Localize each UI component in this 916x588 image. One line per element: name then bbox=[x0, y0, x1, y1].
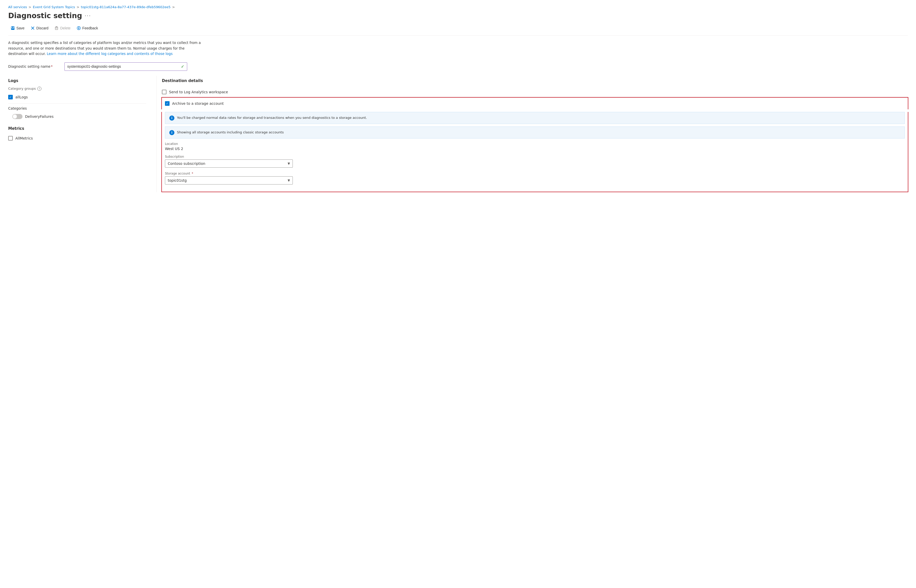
delete-label: Delete bbox=[60, 26, 70, 30]
all-logs-label: allLogs bbox=[15, 95, 28, 99]
page-title: Diagnostic setting bbox=[8, 11, 82, 20]
logs-divider bbox=[8, 103, 146, 104]
category-groups-label: Category groups i bbox=[8, 87, 146, 91]
archive-label: Archive to a storage account bbox=[172, 102, 224, 105]
archive-checkbox[interactable] bbox=[165, 101, 170, 106]
left-panel: Logs Category groups i allLogs Categorie… bbox=[8, 76, 157, 192]
all-metrics-label: AllMetrics bbox=[15, 136, 33, 140]
all-metrics-checkbox-wrapper[interactable]: AllMetrics bbox=[8, 136, 33, 141]
categories-label: Categories bbox=[8, 106, 146, 110]
diag-name-input-wrapper: ✓ bbox=[65, 62, 187, 71]
diag-name-required: * bbox=[51, 65, 53, 68]
breadcrumb-topic[interactable]: topic01stg-811a624a-8a77-437e-89de-dfeb5… bbox=[81, 5, 171, 9]
diag-name-input[interactable] bbox=[67, 65, 181, 68]
subscription-group: Subscription Contoso subscription ▼ bbox=[165, 155, 905, 168]
subscription-chevron-icon: ▼ bbox=[288, 162, 290, 165]
feedback-icon bbox=[77, 26, 81, 30]
delete-button[interactable]: Delete bbox=[52, 24, 73, 32]
feedback-label: Feedback bbox=[83, 26, 98, 30]
log-analytics-checkbox[interactable] bbox=[162, 90, 167, 94]
archive-checkbox-wrapper[interactable]: Archive to a storage account bbox=[165, 101, 224, 106]
discard-label: Discard bbox=[36, 26, 49, 30]
page-title-container: Diagnostic setting ··· bbox=[8, 11, 908, 20]
delivery-failures-toggle[interactable] bbox=[12, 114, 23, 119]
archive-content: i You'll be charged normal data rates fo… bbox=[161, 112, 908, 192]
delete-icon bbox=[55, 26, 58, 30]
save-label: Save bbox=[16, 26, 24, 30]
storage-account-dropdown[interactable]: topic01stg ▼ bbox=[165, 176, 293, 184]
log-analytics-checkbox-wrapper[interactable]: Send to Log Analytics workspace bbox=[162, 90, 228, 94]
subscription-label: Subscription bbox=[165, 155, 905, 158]
charges-info-text: You'll be charged normal data rates for … bbox=[177, 115, 367, 120]
right-panel: Destination details Send to Log Analytic… bbox=[157, 76, 908, 192]
all-logs-row: allLogs bbox=[8, 93, 146, 101]
subscription-dropdown[interactable]: Contoso subscription ▼ bbox=[165, 160, 293, 168]
category-groups-info-icon[interactable]: i bbox=[37, 87, 41, 91]
all-metrics-checkbox[interactable] bbox=[8, 136, 13, 141]
archive-row: Archive to a storage account bbox=[165, 100, 905, 107]
metrics-section-title: Metrics bbox=[8, 126, 146, 131]
delivery-failures-row: DeliveryFailures bbox=[8, 113, 146, 120]
breadcrumb-sep-1: > bbox=[29, 5, 31, 9]
svg-rect-5 bbox=[56, 26, 57, 27]
save-button[interactable]: Save bbox=[8, 24, 27, 32]
storage-account-group: Storage account * topic01stg ▼ bbox=[165, 172, 905, 184]
location-label: Location bbox=[165, 142, 905, 145]
storage-account-required: * bbox=[191, 172, 193, 175]
check-icon: ✓ bbox=[181, 64, 184, 69]
storage-account-chevron-icon: ▼ bbox=[288, 179, 290, 182]
delivery-failures-label: DeliveryFailures bbox=[25, 115, 53, 119]
svg-rect-2 bbox=[11, 28, 14, 30]
breadcrumb-all-services[interactable]: All services bbox=[8, 5, 27, 9]
save-icon bbox=[11, 26, 15, 30]
storage-accounts-info-box: i Showing all storage accounts including… bbox=[165, 126, 905, 139]
svg-point-11 bbox=[78, 27, 79, 29]
charges-info-icon: i bbox=[169, 116, 175, 121]
logs-section-title: Logs bbox=[8, 78, 146, 83]
all-logs-checkbox-wrapper[interactable]: allLogs bbox=[8, 95, 28, 99]
form-layout: Logs Category groups i allLogs Categorie… bbox=[8, 76, 908, 192]
dest-section-title: Destination details bbox=[162, 78, 908, 83]
diag-name-label: Diagnostic setting name* bbox=[8, 65, 59, 68]
toolbar: Save Discard Delete bbox=[8, 24, 908, 36]
diag-name-row: Diagnostic setting name* ✓ bbox=[8, 62, 908, 71]
log-analytics-row: Send to Log Analytics workspace bbox=[162, 87, 908, 97]
breadcrumb-sep-3: > bbox=[172, 5, 175, 9]
svg-rect-7 bbox=[55, 27, 58, 30]
breadcrumb: All services > Event Grid System Topics … bbox=[8, 5, 908, 9]
storage-account-label: Storage account * bbox=[165, 172, 905, 175]
storage-accounts-info-icon: i bbox=[169, 130, 175, 135]
description-link[interactable]: Learn more about the different log categ… bbox=[47, 52, 173, 56]
page-title-ellipsis[interactable]: ··· bbox=[85, 13, 91, 19]
description-block: A diagnostic setting specifies a list of… bbox=[8, 40, 202, 57]
storage-accounts-info-text: Showing all storage accounts including c… bbox=[177, 130, 283, 135]
all-metrics-row: AllMetrics bbox=[8, 134, 146, 142]
svg-rect-1 bbox=[12, 27, 13, 28]
archive-section: Archive to a storage account bbox=[161, 97, 908, 109]
log-analytics-label: Send to Log Analytics workspace bbox=[169, 90, 228, 94]
feedback-button[interactable]: Feedback bbox=[74, 24, 100, 32]
location-group: Location West US 2 bbox=[165, 142, 905, 151]
subscription-value: Contoso subscription bbox=[168, 162, 206, 166]
breadcrumb-sep-2: > bbox=[76, 5, 79, 9]
location-value: West US 2 bbox=[165, 147, 905, 151]
charges-info-box: i You'll be charged normal data rates fo… bbox=[165, 112, 905, 124]
discard-button[interactable]: Discard bbox=[28, 24, 51, 32]
storage-account-value: topic01stg bbox=[168, 178, 187, 183]
discard-icon bbox=[31, 26, 35, 30]
all-logs-checkbox[interactable] bbox=[8, 95, 13, 99]
breadcrumb-event-grid[interactable]: Event Grid System Topics bbox=[33, 5, 75, 9]
